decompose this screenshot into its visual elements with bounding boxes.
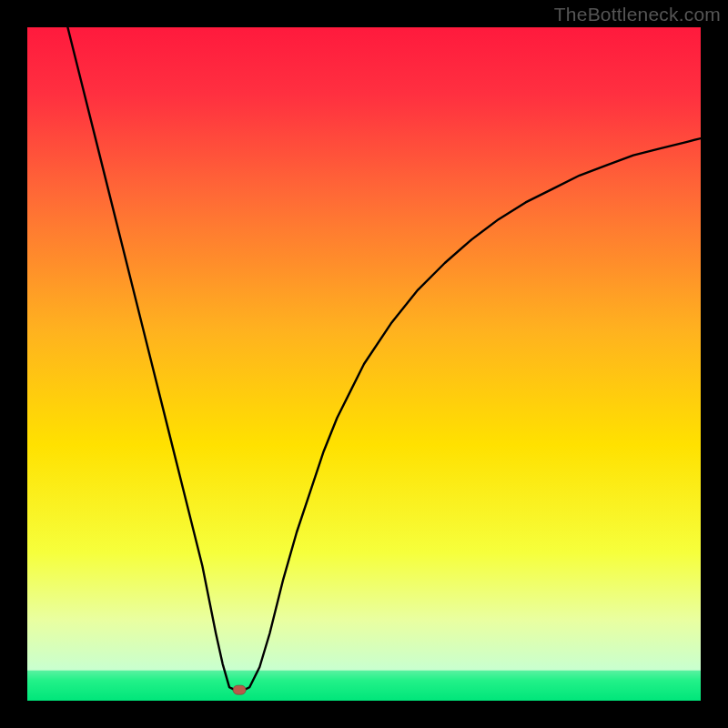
plot-area	[27, 27, 701, 701]
green-band	[27, 671, 701, 701]
optimal-marker	[233, 685, 246, 694]
watermark-label: TheBottleneck.com	[554, 4, 721, 25]
chart-svg	[27, 27, 701, 701]
chart-frame: TheBottleneck.com	[0, 0, 728, 728]
